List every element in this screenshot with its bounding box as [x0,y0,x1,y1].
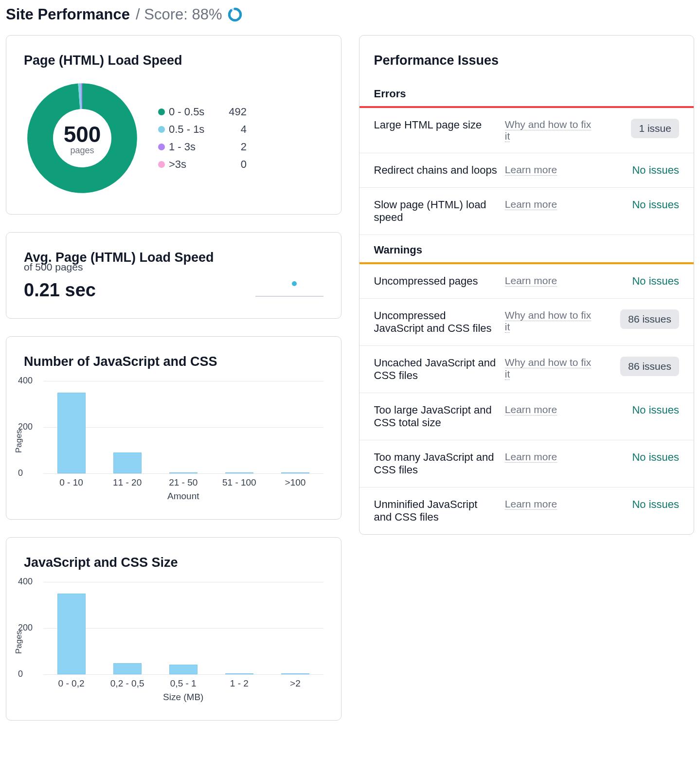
issue-name: Uncompressed JavaScript and CSS files [374,309,498,335]
legend-row: 0.5 - 1s4 [158,123,247,136]
left-column: Page (HTML) Load Speed 500 pages 0 - 0.5… [6,35,341,721]
js-css-count-title: Number of JavaScript and CSS [24,354,323,369]
legend-value: 4 [217,123,247,136]
js-css-count-chart: Pages40020000 - 1011 - 2021 - 5051 - 100… [43,381,323,502]
legend-row: 0 - 0.5s492 [158,106,247,118]
right-column: Performance Issues ErrorsLarge HTML page… [359,35,695,535]
avg-speed-value: 0.21 sec [24,280,96,301]
y-tick-label: 400 [18,577,33,587]
issue-status-ok: No issues [632,451,679,463]
x-tick-label: 0 - 0,2 [43,678,99,689]
load-speed-legend: 0 - 0.5s4920.5 - 1s41 - 3s2>3s0 [158,106,247,171]
issue-name: Unminified JavaScript and CSS files [374,498,498,524]
issue-status-ok: No issues [632,498,679,510]
x-tick-label: >2 [267,678,323,689]
issue-status-ok: No issues [632,199,679,211]
legend-value: 2 [217,141,247,153]
issue-help-link[interactable]: Why and how to fix it [505,309,591,333]
issue-name: Too many JavaScript and CSS files [374,451,498,476]
issue-row: Too large JavaScript and CSS total sizeL… [359,393,694,440]
legend-row: >3s0 [158,158,247,171]
score-text: / Score: 88% [136,6,222,23]
legend-row: 1 - 3s2 [158,141,247,153]
issue-status-ok: No issues [632,275,679,287]
issue-help-link[interactable]: Learn more [505,275,557,287]
legend-dot-icon [158,144,165,150]
js-css-count-card: Number of JavaScript and CSS Pages400200… [6,336,341,520]
legend-dot-icon [158,161,165,168]
issue-help-link[interactable]: Why and how to fix it [505,119,591,142]
issue-status-ok: No issues [632,164,679,176]
issue-help-link[interactable]: Learn more [505,451,557,463]
page-header: Site Performance / Score: 88% [6,6,694,23]
issue-row: Too many JavaScript and CSS filesLearn m… [359,440,694,488]
svg-point-1 [230,9,241,20]
score-gauge-icon [228,7,242,22]
x-tick-label: 11 - 20 [99,477,155,488]
donut-center-value: 500 [64,121,101,147]
issue-name: Redirect chains and loops [374,164,498,177]
svg-point-3 [292,281,297,286]
legend-value: 0 [217,158,247,171]
y-axis-label: Pages [14,430,24,453]
issue-name: Too large JavaScript and CSS total size [374,404,498,429]
y-tick-label: 0 [18,468,23,478]
issue-row: Uncompressed JavaScript and CSS filesWhy… [359,299,694,346]
avg-speed-sparkline [255,279,323,301]
issues-card: Performance Issues ErrorsLarge HTML page… [359,35,695,535]
legend-label: >3s [169,158,217,171]
js-css-size-card: JavaScript and CSS Size Pages40020000 - … [6,537,341,721]
issue-help-link[interactable]: Learn more [505,199,557,210]
issue-row: Redirect chains and loopsLearn moreNo is… [359,153,694,188]
legend-label: 0.5 - 1s [169,123,217,136]
legend-dot-icon [158,108,165,115]
legend-value: 492 [217,106,247,118]
issue-name: Slow page (HTML) load speed [374,199,498,224]
issue-row: Uncompressed pagesLearn moreNo issues [359,264,694,299]
issue-name: Uncompressed pages [374,275,498,288]
js-css-size-title: JavaScript and CSS Size [24,555,323,570]
y-axis-label: Pages [14,631,24,654]
load-speed-card: Page (HTML) Load Speed 500 pages 0 - 0.5… [6,35,341,215]
x-axis-label: Amount [43,491,323,502]
issue-count-button[interactable]: 1 issue [631,119,679,138]
x-tick-label: 0,2 - 0,5 [99,678,155,689]
issue-row: Slow page (HTML) load speedLearn moreNo … [359,188,694,235]
y-tick-label: 200 [18,422,33,432]
issue-row: Unminified JavaScript and CSS filesLearn… [359,488,694,534]
y-tick-label: 0 [18,669,23,679]
issue-count-button[interactable]: 86 issues [620,309,679,329]
load-speed-donut: 500 pages [24,80,141,197]
js-css-size-chart: Pages40020000 - 0,20,2 - 0,50,5 - 11 - 2… [43,582,323,703]
page-title: Site Performance [6,6,130,23]
donut-center-label: pages [70,145,94,156]
x-axis-label: Size (MB) [43,692,323,703]
legend-label: 1 - 3s [169,141,217,153]
issue-row: Large HTML page sizeWhy and how to fix i… [359,108,694,153]
issue-help-link[interactable]: Learn more [505,404,557,416]
legend-dot-icon [158,126,165,133]
x-tick-label: 1 - 2 [211,678,267,689]
issue-count-button[interactable]: 86 issues [620,357,679,376]
issues-title: Performance Issues [359,53,694,79]
x-tick-label: 0,5 - 1 [155,678,211,689]
y-tick-label: 200 [18,623,33,633]
load-speed-title: Page (HTML) Load Speed [24,53,323,68]
issue-help-link[interactable]: Why and how to fix it [505,357,591,380]
avg-speed-card: Avg. Page (HTML) Load Speed of 500 pages… [6,232,341,319]
issue-status-ok: No issues [632,404,679,416]
x-tick-label: 51 - 100 [211,477,267,488]
y-tick-label: 400 [18,376,33,386]
x-tick-label: 0 - 10 [43,477,99,488]
issue-name: Uncached JavaScript and CSS files [374,357,498,382]
issue-help-link[interactable]: Learn more [505,498,557,510]
issues-section-header: Errors [359,79,694,108]
x-tick-label: 21 - 50 [155,477,211,488]
x-tick-label: >100 [267,477,323,488]
issue-name: Large HTML page size [374,119,498,131]
issue-row: Uncached JavaScript and CSS filesWhy and… [359,346,694,393]
issues-section-header: Warnings [359,235,694,264]
legend-label: 0 - 0.5s [169,106,217,118]
issue-help-link[interactable]: Learn more [505,164,557,176]
